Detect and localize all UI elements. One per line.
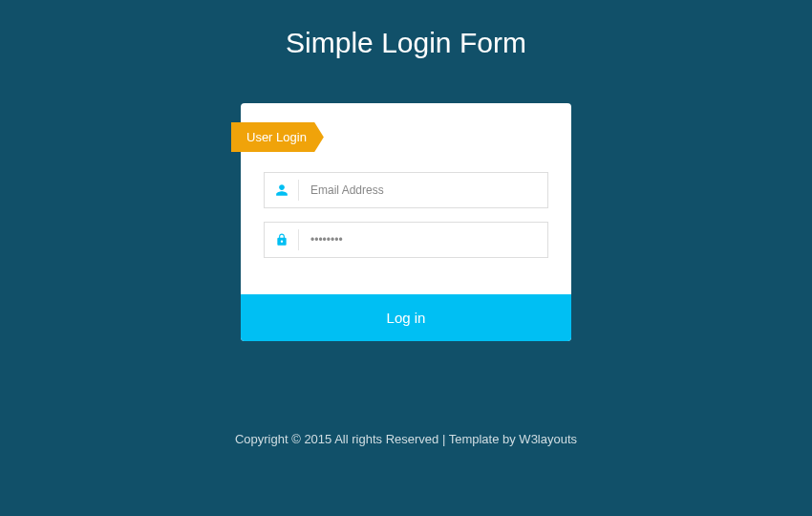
password-input-group: [264, 222, 548, 258]
email-input-group: [264, 172, 548, 208]
login-card: User Login Log in: [241, 103, 571, 341]
password-input[interactable]: [299, 223, 547, 257]
page-title: Simple Login Form: [0, 0, 812, 59]
user-icon: [265, 180, 299, 201]
email-input[interactable]: [299, 173, 547, 207]
footer: Copyright © 2015 All rights Reserved | T…: [0, 432, 812, 446]
login-button[interactable]: Log in: [241, 294, 571, 341]
footer-text: Copyright © 2015 All rights Reserved | T…: [235, 432, 519, 446]
ribbon-label: User Login: [231, 122, 324, 152]
lock-icon: [265, 229, 299, 250]
footer-link[interactable]: W3layouts: [519, 432, 577, 446]
